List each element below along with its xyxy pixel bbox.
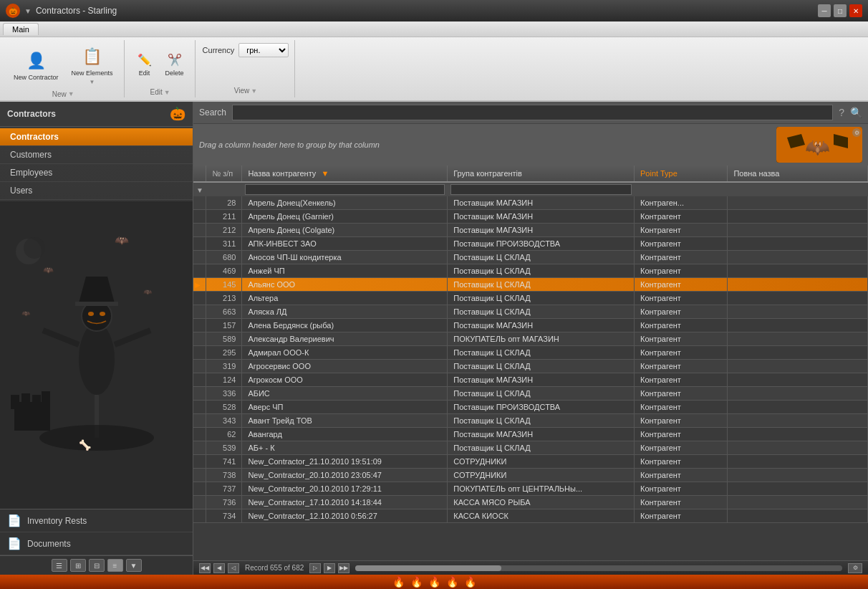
view-btn-grid[interactable]: ⊞: [70, 559, 86, 572]
filter-group-input[interactable]: [450, 184, 632, 195]
row-name: Авангард: [242, 428, 448, 441]
table-row[interactable]: 737New_Contractor_20.10.2010 17:29:11ПОК…: [193, 482, 868, 496]
row-fullname: [728, 414, 868, 428]
row-fullname: [728, 210, 868, 224]
search-help-icon[interactable]: ?: [839, 107, 844, 118]
table-row[interactable]: 28Апрель Донец(Хенкель)Поставщик МАГАЗИН…: [193, 196, 868, 210]
row-point-type: Контрагент: [635, 224, 728, 237]
nav-prev-fast-button[interactable]: ◀: [213, 563, 225, 573]
title-dropdown-arrow[interactable]: ▼: [24, 7, 32, 15]
table-row[interactable]: 212Апрель Донец (Colgate)Поставщик МАГАЗ…: [193, 224, 868, 237]
row-arrow-cell: [193, 237, 206, 251]
minimize-button[interactable]: ─: [818, 4, 831, 17]
table-row[interactable]: 738New_Contractor_20.10.2010 23:05:47СОТ…: [193, 469, 868, 482]
main-content: Contractors 🎃 Contractors Customers Empl…: [0, 102, 868, 575]
ribbon-group-new-expand[interactable]: ▼: [68, 90, 74, 97]
row-point-type: Контраген...: [635, 196, 728, 210]
scroll-area[interactable]: [355, 565, 842, 571]
filter-icon-cell: ▼: [193, 182, 206, 196]
nav-last-button[interactable]: ▶▶: [338, 563, 349, 573]
sidebar-inventory-rests[interactable]: 📄 Inventory Rests: [0, 509, 193, 532]
col-group-header[interactable]: Група контрагентів: [448, 166, 635, 182]
row-arrow-cell: [193, 373, 206, 387]
table-row[interactable]: 295Адмирал ООО-КПоставщик Ц СКЛАДКонтраг…: [193, 346, 868, 360]
table-row[interactable]: 741New_Contractor_21.10.2010 19:51:09СОТ…: [193, 455, 868, 469]
table-row[interactable]: 319Агросервис ОООПоставщик Ц СКЛАДКонтра…: [193, 360, 868, 373]
col-num-header[interactable]: № з/п: [206, 166, 242, 182]
filter-name-input[interactable]: [245, 184, 445, 195]
table-row[interactable]: 343Авант Трейд ТОВПоставщик Ц СКЛАДКонтр…: [193, 414, 868, 428]
nav-first-button[interactable]: ◀◀: [199, 563, 211, 573]
view-btn-details[interactable]: ≡: [107, 559, 123, 572]
edit-button[interactable]: ✏️ Edit: [132, 49, 158, 80]
sidebar-item-contractors[interactable]: Contractors: [0, 128, 193, 146]
row-num: 737: [206, 482, 242, 496]
search-input[interactable]: [232, 105, 833, 120]
inventory-rests-icon: 📄: [7, 514, 21, 527]
filter-num-cell: [206, 182, 242, 196]
table-row[interactable]: 539АБ+ - КПоставщик Ц СКЛАДКонтрагент: [193, 441, 868, 455]
sidebar-item-users[interactable]: Users: [0, 182, 193, 200]
view-btn-table[interactable]: ⊟: [89, 559, 105, 572]
table-row[interactable]: 589Александр ВалериевичПОКУПАТЕЛЬ опт МА…: [193, 332, 868, 346]
grid-settings-button[interactable]: ⚙: [848, 563, 862, 573]
close-button[interactable]: ✕: [849, 4, 862, 17]
table-row[interactable]: 528Аверс ЧППоставщик ПРОИЗВОДСТВАКонтраг…: [193, 401, 868, 414]
scroll-thumb: [355, 565, 501, 571]
table-row[interactable]: 336АБИСПоставщик Ц СКЛАДКонтрагент: [193, 387, 868, 401]
table-row[interactable]: ▶145Альянс ОООПоставщик Ц СКЛАДКонтраген…: [193, 278, 868, 292]
new-contractor-button[interactable]: 👤 New Contractor: [9, 46, 64, 85]
delete-button[interactable]: ✂️ Delete: [160, 49, 189, 80]
row-num: 211: [206, 210, 242, 224]
col-name-header[interactable]: Назва контрагенту ▼: [242, 166, 448, 182]
row-name: Александр Валериевич: [242, 332, 448, 346]
currency-select[interactable]: грн.: [238, 43, 289, 57]
row-name: Аляска ЛД: [242, 305, 448, 319]
table-row[interactable]: 680Аносов ЧП-Ш кондитеркаПоставщик Ц СКЛ…: [193, 251, 868, 264]
nav-next-button[interactable]: ▷: [309, 563, 321, 573]
ribbon-group-edit-expand[interactable]: ▼: [164, 89, 170, 96]
row-num: 62: [206, 428, 242, 441]
row-name: New_Contractor_21.10.2010 19:51:09: [242, 455, 448, 469]
currency-container: Currency грн.: [203, 43, 289, 57]
table-row[interactable]: 734New_Contractor_12.10.2010 0:56:27КАСС…: [193, 509, 868, 523]
table-row[interactable]: 469Анжей ЧППоставщик Ц СКЛАДКонтрагент: [193, 264, 868, 278]
row-point-type: Контрагент: [635, 278, 728, 292]
table-row[interactable]: 736New_Contractor_17.10.2010 14:18:44КАС…: [193, 496, 868, 509]
svg-rect-16: [32, 395, 41, 408]
table-row[interactable]: 213АльтераПоставщик Ц СКЛАДКонтрагент: [193, 292, 868, 305]
col-type-header[interactable]: Point Type: [635, 166, 728, 182]
table-row[interactable]: 211Апрель Донец (Garnier)Поставщик МАГАЗ…: [193, 210, 868, 224]
table-row[interactable]: 124Агрокосм ОООПоставщик МАГАЗИНКонтраге…: [193, 373, 868, 387]
halloween-svg: 🦇 🦇 🦇 🦇: [0, 201, 193, 452]
table-row[interactable]: 157Алена Бердянск (рыба)Поставщик МАГАЗИ…: [193, 319, 868, 332]
sidebar-item-customers[interactable]: Customers: [0, 146, 193, 164]
title-bar-left: 🎃 ▼ Contractors - Starling: [6, 4, 117, 18]
row-fullname: [728, 373, 868, 387]
new-elements-button[interactable]: 📋 New Elements ▼: [67, 42, 118, 89]
row-arrow-cell: ▶: [193, 278, 206, 292]
row-group: Поставщик ПРОИЗВОДСТВА: [448, 237, 635, 251]
nav-prev-button[interactable]: ◁: [228, 563, 239, 573]
view-btn-list[interactable]: ☰: [52, 559, 67, 572]
right-panel: Search ? 🔍 Drag a column header here to …: [193, 102, 868, 575]
row-group: Поставщик МАГАЗИН: [448, 319, 635, 332]
sidebar-documents[interactable]: 📄 Documents: [0, 532, 193, 555]
search-go-icon[interactable]: 🔍: [850, 107, 862, 118]
status-bar: ◀◀ ◀ ◁ Record 655 of 682 ▷ ▶ ▶▶ ⚙: [193, 560, 868, 575]
sort-arrow-name: ▼: [321, 169, 329, 178]
maximize-button[interactable]: □: [834, 4, 847, 17]
sidebar-item-employees[interactable]: Employees: [0, 164, 193, 182]
search-bar: Search ? 🔍: [193, 102, 868, 124]
inventory-rests-label: Inventory Rests: [27, 516, 87, 526]
ribbon-group-view-expand[interactable]: ▼: [251, 87, 257, 95]
nav-next-fast-button[interactable]: ▶: [324, 563, 335, 573]
table-row[interactable]: 663Аляска ЛДПоставщик Ц СКЛАДКонтрагент: [193, 305, 868, 319]
table-row[interactable]: 311АПК-ИНВЕСТ ЗАОПоставщик ПРОИЗВОДСТВАК…: [193, 237, 868, 251]
col-fullname-header[interactable]: Повна назва: [728, 166, 868, 182]
filter-icon[interactable]: ▼: [196, 186, 203, 194]
view-btn-more[interactable]: ▼: [126, 559, 142, 572]
menu-tab-main[interactable]: Main: [3, 23, 39, 35]
data-grid[interactable]: № з/п Назва контрагенту ▼ Група контраге…: [193, 166, 868, 560]
table-row[interactable]: 62АвангардПоставщик МАГАЗИНКонтрагент: [193, 428, 868, 441]
